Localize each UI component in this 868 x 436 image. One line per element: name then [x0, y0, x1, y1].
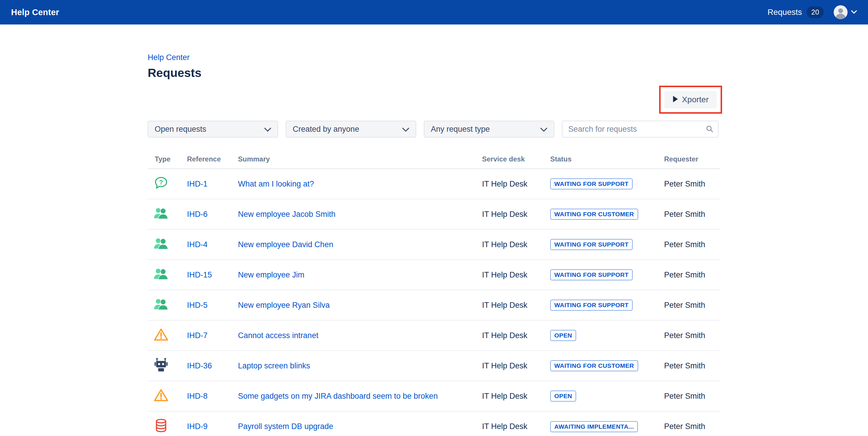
warning-icon: [153, 387, 169, 403]
topbar: Help Center Requests 20: [0, 0, 868, 25]
creator-filter-select[interactable]: Created by anyone: [286, 121, 416, 138]
service-desk-cell: IT Help Desk: [482, 381, 550, 411]
table-row: IHD-36 Laptop screen blinks IT Help Desk…: [148, 351, 720, 381]
breadcrumb-help-center-link[interactable]: Help Center: [148, 53, 190, 62]
creator-filter-value: Created by anyone: [293, 125, 359, 134]
requester-cell: Peter Smith: [664, 411, 720, 436]
user-menu[interactable]: [834, 5, 857, 19]
filters-bar: Open requests Created by anyone Any requ…: [148, 121, 720, 138]
service-desk-cell: IT Help Desk: [482, 320, 550, 351]
requester-cell: Peter Smith: [664, 381, 720, 411]
requester-cell: Peter Smith: [664, 199, 720, 229]
robot-icon: [153, 357, 169, 373]
requests-table-body: ? IHD-1 What am I looking at? IT Help De…: [148, 169, 720, 436]
new-employee-icon: [153, 296, 169, 313]
request-reference-link[interactable]: IHD-6: [187, 210, 208, 219]
requester-cell: Peter Smith: [664, 229, 720, 260]
request-summary-link[interactable]: Laptop screen blinks: [238, 361, 310, 370]
status-badge: WAITING FOR SUPPORT: [550, 178, 633, 190]
xporter-button[interactable]: Xporter: [664, 91, 717, 109]
request-summary-link[interactable]: What am I looking at?: [238, 179, 314, 188]
request-type-filter-select[interactable]: Any request type: [424, 121, 554, 138]
content-container: Help Center Requests Xporter Open reques…: [148, 25, 720, 436]
chevron-down-icon: [264, 125, 271, 134]
table-row: IHD-5 New employee Ryan Silva IT Help De…: [148, 290, 720, 320]
request-reference-link[interactable]: IHD-36: [187, 361, 212, 370]
requester-cell: Peter Smith: [664, 260, 720, 290]
column-header-requester: Requester: [664, 147, 720, 169]
table-row: IHD-15 New employee Jim IT Help Desk WAI…: [148, 260, 720, 290]
request-summary-link[interactable]: New employee David Chen: [238, 240, 333, 249]
status-filter-value: Open requests: [155, 125, 206, 134]
request-summary-link[interactable]: New employee Ryan Silva: [238, 301, 330, 310]
service-desk-cell: IT Help Desk: [482, 169, 550, 199]
status-badge: OPEN: [550, 390, 576, 402]
table-row: IHD-6 New employee Jacob Smith IT Help D…: [148, 199, 720, 229]
new-employee-icon: [153, 205, 169, 222]
status-badge: WAITING FOR CUSTOMER: [550, 360, 638, 371]
table-row: IHD-9 Payroll system DB upgrade IT Help …: [148, 411, 720, 436]
table-row: IHD-8 Some gadgets on my JIRA dashboard …: [148, 381, 720, 411]
requests-nav-link[interactable]: Requests 20: [768, 6, 824, 18]
warning-icon: [153, 326, 169, 343]
request-reference-link[interactable]: IHD-9: [187, 422, 208, 431]
request-reference-link[interactable]: IHD-7: [187, 331, 208, 340]
chevron-down-icon: [851, 10, 857, 15]
request-reference-link[interactable]: IHD-5: [187, 301, 208, 310]
help-center-title: Help Center: [11, 7, 59, 17]
search-icon: [705, 124, 714, 134]
table-row: IHD-7 Cannot access intranet IT Help Des…: [148, 320, 720, 351]
xporter-button-label: Xporter: [682, 95, 709, 104]
service-desk-cell: IT Help Desk: [482, 260, 550, 290]
service-desk-cell: IT Help Desk: [482, 229, 550, 260]
column-header-type: Type: [148, 147, 187, 169]
service-desk-cell: IT Help Desk: [482, 290, 550, 320]
search-input[interactable]: [562, 121, 719, 138]
status-badge: WAITING FOR SUPPORT: [550, 239, 633, 250]
status-badge: AWAITING IMPLEMENTA...: [550, 421, 638, 432]
topbar-right: Requests 20: [768, 5, 857, 19]
service-desk-cell: IT Help Desk: [482, 351, 550, 381]
avatar: [834, 5, 847, 19]
request-summary-link[interactable]: New employee Jim: [238, 270, 304, 279]
request-summary-link[interactable]: New employee Jacob Smith: [238, 210, 336, 219]
status-filter-select[interactable]: Open requests: [148, 121, 278, 138]
help-center-requests-page: Help Center Requests 20 Hel: [0, 0, 868, 436]
status-badge: OPEN: [550, 330, 576, 341]
new-employee-icon: [153, 266, 169, 282]
xporter-wrap: Xporter: [148, 86, 722, 114]
search-box: [562, 121, 719, 138]
request-reference-link[interactable]: IHD-1: [187, 179, 208, 188]
request-summary-link[interactable]: Some gadgets on my JIRA dashboard seem t…: [238, 392, 438, 401]
requester-cell: Peter Smith: [664, 169, 720, 199]
requests-nav-label: Requests: [768, 7, 802, 17]
table-header-row: Type Reference Summary Service desk Stat…: [148, 147, 720, 169]
column-header-service-desk: Service desk: [482, 147, 550, 169]
request-type-filter-value: Any request type: [431, 125, 490, 134]
play-icon: [673, 95, 678, 104]
service-desk-cell: IT Help Desk: [482, 411, 550, 436]
request-summary-link[interactable]: Payroll system DB upgrade: [238, 422, 333, 431]
request-reference-link[interactable]: IHD-8: [187, 392, 208, 401]
request-reference-link[interactable]: IHD-15: [187, 270, 212, 279]
request-reference-link[interactable]: IHD-4: [187, 240, 208, 249]
requester-cell: Peter Smith: [664, 320, 720, 351]
xporter-highlight-annotation: Xporter: [659, 86, 722, 114]
question-bubble-icon: ?: [153, 175, 169, 191]
new-employee-icon: [153, 235, 169, 252]
status-badge: WAITING FOR SUPPORT: [550, 300, 633, 311]
chevron-down-icon: [402, 125, 409, 134]
table-row: IHD-4 New employee David Chen IT Help De…: [148, 229, 720, 260]
request-summary-link[interactable]: Cannot access intranet: [238, 331, 318, 340]
requester-cell: Peter Smith: [664, 351, 720, 381]
column-header-reference: Reference: [187, 147, 238, 169]
database-icon: [153, 417, 169, 434]
column-header-summary: Summary: [238, 147, 482, 169]
column-header-status: Status: [550, 147, 664, 169]
status-badge: WAITING FOR CUSTOMER: [550, 209, 638, 220]
status-badge: WAITING FOR SUPPORT: [550, 269, 633, 280]
requests-count-badge: 20: [807, 6, 824, 18]
chevron-down-icon: [540, 125, 547, 134]
service-desk-cell: IT Help Desk: [482, 199, 550, 229]
svg-text:?: ?: [159, 178, 163, 186]
